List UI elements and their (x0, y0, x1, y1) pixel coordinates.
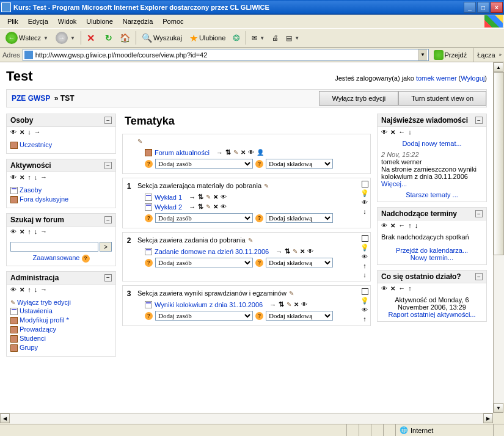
mail-button[interactable]: ✉▼ (249, 30, 268, 46)
stop-icon: ✕ (87, 32, 98, 43)
go-label: Przejdź (445, 51, 467, 59)
edit-button[interactable]: ▤▼ (283, 30, 302, 46)
menu-edycja[interactable]: Edycja (23, 16, 53, 26)
address-label: Adres (2, 51, 20, 59)
menu-widok[interactable]: Widok (53, 16, 82, 26)
search-button[interactable]: 🔍 Wyszukaj (139, 30, 185, 46)
print-button[interactable]: 🖨 (269, 30, 282, 46)
menu-pomoc[interactable]: Pomoc (158, 16, 188, 26)
menu-bar: Plik Edycja Widok Ulubione Narzędzia Pom… (0, 15, 504, 28)
star-icon: ★ (189, 32, 198, 44)
menu-ulubione[interactable]: Ulubione (81, 16, 117, 26)
stop-button[interactable]: ✕ (84, 30, 101, 46)
home-button[interactable]: 🏠 (117, 30, 133, 46)
refresh-button[interactable]: ↻ (102, 30, 115, 46)
mail-icon: ✉ (252, 34, 257, 42)
go-icon (434, 50, 444, 60)
minimize-button[interactable]: _ (464, 2, 476, 13)
address-dropdown-button[interactable]: ▼ (418, 49, 427, 60)
favicon-icon (24, 51, 33, 59)
edit-icon: ▤ (286, 34, 292, 42)
menu-narzedzia[interactable]: Narzędzia (118, 16, 158, 26)
forward-icon: → (56, 32, 68, 44)
address-input[interactable] (35, 51, 418, 59)
back-button[interactable]: ← Wstecz ▼ (2, 30, 51, 46)
window-titlebar: Kurs: Test - Program Microsoft Internet … (0, 0, 504, 15)
history-icon: ❂ (233, 33, 240, 43)
address-input-wrap[interactable]: ▼ (23, 49, 429, 61)
forward-button[interactable]: → ▼ (53, 30, 78, 46)
home-icon: 🏠 (120, 33, 130, 43)
windows-logo-icon (484, 15, 503, 27)
back-label: Wstecz (19, 34, 41, 42)
refresh-icon: ↻ (105, 33, 112, 43)
window-title: Kurs: Test - Program Microsoft Internet … (13, 4, 464, 11)
print-icon: 🖨 (272, 34, 279, 42)
search-label: Wyszukaj (153, 34, 182, 42)
ie-icon (1, 2, 11, 12)
search-icon: 🔍 (142, 33, 152, 43)
address-bar: Adres ▼ Przejdź Łącza » (0, 48, 504, 62)
toolbar: ← Wstecz ▼ → ▼ ✕ ↻ 🏠 🔍 Wyszukaj ★ Ulubio… (0, 28, 504, 48)
favorites-button[interactable]: ★ Ulubione (186, 30, 228, 46)
go-button[interactable]: Przejdź (431, 49, 470, 61)
history-button[interactable]: ❂ (230, 30, 243, 46)
maximize-button[interactable]: □ (477, 2, 489, 13)
links-label[interactable]: Łącza (477, 51, 495, 59)
back-icon: ← (5, 32, 18, 44)
close-button[interactable]: × (491, 2, 503, 13)
favorites-label: Ulubione (199, 34, 225, 42)
menu-plik[interactable]: Plik (2, 16, 23, 26)
